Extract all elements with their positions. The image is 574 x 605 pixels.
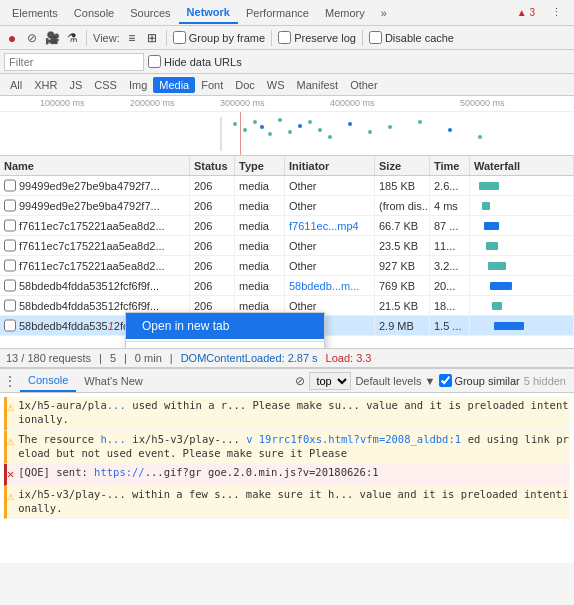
- error-badge[interactable]: ▲ 3: [509, 3, 543, 22]
- group-by-frame-checkbox[interactable]: [173, 31, 186, 44]
- type-other[interactable]: Other: [344, 77, 384, 93]
- time-mark-3: 300000 ms: [220, 98, 265, 108]
- clear-console-button[interactable]: ⊘: [295, 374, 305, 388]
- col-header-time[interactable]: Time: [430, 156, 470, 175]
- cell-size: 21.5 KB: [375, 296, 430, 315]
- filter-toggle-button[interactable]: ⚗: [64, 30, 80, 46]
- clear-button[interactable]: ⊘: [24, 30, 40, 46]
- initiator-link[interactable]: f7611ec...mp4: [289, 220, 359, 232]
- tab-elements[interactable]: Elements: [4, 3, 66, 23]
- cell-size: 66.7 KB: [375, 216, 430, 235]
- table-header: Name Status Type Initiator Size Time Wat…: [0, 156, 574, 176]
- cell-size: 769 KB: [375, 276, 430, 295]
- type-img[interactable]: Img: [123, 77, 153, 93]
- tab-console[interactable]: Console: [66, 3, 122, 23]
- row-checkbox[interactable]: [4, 319, 16, 332]
- col-header-type[interactable]: Type: [235, 156, 285, 175]
- panel-icon[interactable]: ⋮: [4, 374, 20, 388]
- console-link-2[interactable]: h...: [100, 433, 125, 445]
- cell-type: media: [235, 216, 285, 235]
- cell-status: 206: [190, 196, 235, 215]
- table-row[interactable]: 99499ed9e27be9ba4792f7... 206 media Othe…: [0, 176, 574, 196]
- col-header-initiator[interactable]: Initiator: [285, 156, 375, 175]
- svg-point-6: [278, 118, 282, 122]
- type-manifest[interactable]: Manifest: [291, 77, 345, 93]
- preserve-log-toggle[interactable]: Preserve log: [278, 31, 356, 44]
- row-checkbox[interactable]: [4, 279, 16, 292]
- type-doc[interactable]: Doc: [229, 77, 261, 93]
- hidden-count: 5 hidden: [524, 375, 566, 387]
- cell-name: 99499ed9e27be9ba4792f7...: [0, 196, 190, 215]
- col-header-name[interactable]: Name: [0, 156, 190, 175]
- col-header-size[interactable]: Size: [375, 156, 430, 175]
- row-checkbox[interactable]: [4, 239, 16, 252]
- top-selector[interactable]: top: [309, 372, 351, 390]
- tab-sources[interactable]: Sources: [122, 3, 178, 23]
- type-js[interactable]: JS: [63, 77, 88, 93]
- tab-performance[interactable]: Performance: [238, 3, 317, 23]
- table-row[interactable]: 58bdedb4fdda53512fcf6f9f... 206 media 58…: [0, 276, 574, 296]
- type-media[interactable]: Media: [153, 77, 195, 93]
- console-link[interactable]: ...: [107, 399, 126, 411]
- initiator-link[interactable]: 58bdedb...m...: [289, 280, 359, 292]
- time-mark-5: 500000 ms: [460, 98, 505, 108]
- table-row[interactable]: f7611ec7c175221aa5ea8d2... 206 media Oth…: [0, 256, 574, 276]
- devtools-menu[interactable]: ⋮: [543, 2, 570, 23]
- timeline-chart[interactable]: [0, 112, 574, 156]
- row-checkbox[interactable]: [4, 179, 16, 192]
- table-row[interactable]: 99499ed9e27be9ba4792f7... 206 media Othe…: [0, 196, 574, 216]
- grid-view-button[interactable]: ⊞: [144, 30, 160, 46]
- row-checkbox[interactable]: [4, 259, 16, 272]
- type-all[interactable]: All: [4, 77, 28, 93]
- console-link-4[interactable]: https://: [94, 466, 145, 478]
- timeline-ruler: 100000 ms 200000 ms 300000 ms 400000 ms …: [0, 96, 574, 112]
- row-checkbox[interactable]: [4, 219, 16, 232]
- table-row[interactable]: f7611ec7c175221aa5ea8d2... 206 media f76…: [0, 216, 574, 236]
- screenshot-button[interactable]: 🎥: [44, 30, 60, 46]
- disable-cache-checkbox[interactable]: [369, 31, 382, 44]
- hide-data-urls-checkbox[interactable]: [148, 55, 161, 68]
- preserve-log-checkbox[interactable]: [278, 31, 291, 44]
- devtools-window: Elements Console Sources Network Perform…: [0, 0, 574, 605]
- time-mark-2: 200000 ms: [130, 98, 175, 108]
- group-similar-toggle[interactable]: Group similar: [439, 374, 519, 387]
- type-font[interactable]: Font: [195, 77, 229, 93]
- tab-whats-new[interactable]: What's New: [76, 371, 150, 391]
- tab-network[interactable]: Network: [179, 2, 238, 24]
- request-count: 13 / 180 requests: [6, 352, 91, 364]
- row-checkbox[interactable]: [4, 299, 16, 312]
- cell-name: f7611ec7c175221aa5ea8d2...: [0, 256, 190, 275]
- cell-waterfall: [470, 256, 574, 275]
- tab-memory[interactable]: Memory: [317, 3, 373, 23]
- cell-time: 4 ms: [430, 196, 470, 215]
- cell-waterfall: [470, 236, 574, 255]
- toolbar-separator-4: [362, 30, 363, 46]
- svg-point-8: [298, 124, 302, 128]
- record-button[interactable]: ●: [4, 30, 20, 46]
- table-row[interactable]: f7611ec7c175221aa5ea8d2... 206 media Oth…: [0, 236, 574, 256]
- type-xhr[interactable]: XHR: [28, 77, 63, 93]
- filter-level-label[interactable]: Default levels ▼: [355, 375, 435, 387]
- tab-more[interactable]: »: [373, 3, 395, 23]
- context-menu-clear-cache[interactable]: Clear browser cache: [126, 344, 324, 348]
- cell-time: 11...: [430, 236, 470, 255]
- svg-point-5: [268, 132, 272, 136]
- row-checkbox[interactable]: [4, 199, 16, 212]
- filter-input[interactable]: [4, 53, 144, 71]
- col-header-status[interactable]: Status: [190, 156, 235, 175]
- group-by-frame-toggle[interactable]: Group by frame: [173, 31, 265, 44]
- timeline-area: 100000 ms 200000 ms 300000 ms 400000 ms …: [0, 96, 574, 156]
- col-header-waterfall[interactable]: Waterfall: [470, 156, 574, 175]
- console-link-3[interactable]: v 19rrc1f0xs.html?vfm=2008_aldbd:1: [246, 433, 461, 445]
- cell-time: 87 ...: [430, 216, 470, 235]
- disable-cache-toggle[interactable]: Disable cache: [369, 31, 454, 44]
- list-view-button[interactable]: ≡: [124, 30, 140, 46]
- svg-point-11: [328, 135, 332, 139]
- group-similar-checkbox[interactable]: [439, 374, 452, 387]
- tab-console-bottom[interactable]: Console: [20, 370, 76, 392]
- context-menu-open-tab[interactable]: Open in new tab: [126, 313, 324, 339]
- devtools-tab-bar: Elements Console Sources Network Perform…: [0, 0, 574, 26]
- type-css[interactable]: CSS: [88, 77, 123, 93]
- hide-data-urls-toggle[interactable]: Hide data URLs: [148, 55, 242, 68]
- type-ws[interactable]: WS: [261, 77, 291, 93]
